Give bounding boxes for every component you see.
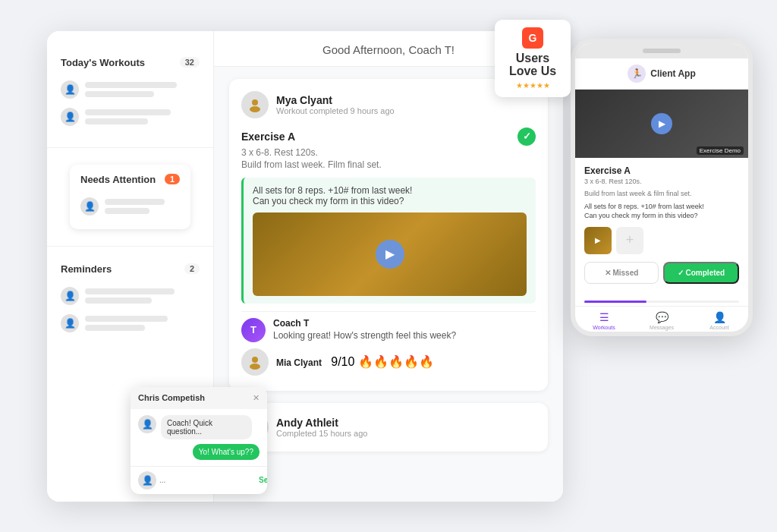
scene: Today's Workouts 32 👤 👤 [24,16,753,517]
user-info: Mya Clyant Workout completed 9 hours ago [276,94,395,115]
phone-exercise-title: Exercise A [584,165,739,176]
text-line [85,91,154,97]
client-reply-content: Mia Clyant 9/10 🔥🔥🔥🔥🔥 [276,354,434,369]
phone-app-header: 🏃 Client App [575,58,748,90]
g2-line2: Love Us [509,65,556,77]
attention-list-item[interactable]: 👤 [80,193,180,220]
andy-info: Andy Athleit Completed 15 hours ago [276,417,367,438]
avatar: 👤 [61,80,79,99]
nav-workouts[interactable]: ☰ Workouts [575,311,633,330]
nav-workouts-label: Workouts [593,325,615,330]
video-thumbnail[interactable]: ▶ [253,212,527,296]
phone-notch [575,43,748,58]
svg-point-2 [252,357,258,363]
feed-card-mya: Mya Clyant Workout completed 9 hours ago… [229,79,548,391]
chat-popup: Chris Competish ✕ 👤 Coach! Quick questio… [131,387,267,494]
text-line [85,109,171,115]
phone-nav: ☰ Workouts 💬 Messages 👤 Account [575,306,748,332]
workout-text-block [85,82,200,97]
svg-point-0 [252,99,258,105]
exercise-title: Exercise A ✓ [241,127,536,146]
text-line [85,297,152,304]
reminder-text-block [85,316,200,331]
exercise-block: Exercise A ✓ 3 x 6-8. Rest 120s. Build f… [241,127,536,170]
completed-button[interactable]: ✓ Completed [663,262,739,284]
notch-pill [643,49,681,53]
chat-avatar: 👤 [138,415,156,433]
workout-list-item[interactable]: 👤 [61,76,200,103]
client-reply: Mia Clyant 9/10 🔥🔥🔥🔥🔥 [241,345,536,379]
user-avatar [241,91,269,118]
workouts-nav-icon: ☰ [599,311,609,323]
play-button[interactable]: ▶ [376,240,404,269]
feed-card-andy: Andy Athleit Completed 15 hours ago [229,403,548,452]
reminder-list-item[interactable]: 👤 [61,282,200,310]
text-line [85,325,145,331]
comment-text: All sets for 8 reps. +10# from last week… [253,185,527,206]
phone-action-row: ✕ Missed ✓ Completed [584,262,739,284]
chat-bubble-incoming: Coach! Quick question... [161,415,252,439]
phone-play-button[interactable]: ▶ [651,113,672,134]
client-reply-message: 9/10 🔥🔥🔥🔥🔥 [331,355,434,368]
g2-badge: G Users Love Us ★★★★★ [495,20,571,97]
nav-messages-label: Messages [650,325,674,330]
phone-video-label: Exercise Demo [697,146,744,155]
text-line [85,82,177,88]
user-name: Mya Clyant [276,94,395,106]
coach-reply-text: Looking great! How's strength feel this … [273,330,456,341]
reminders-badge: 2 [184,263,200,274]
text-line [105,208,149,214]
chat-input[interactable] [159,476,256,484]
avatar: 👤 [61,314,79,332]
text-line [85,288,175,294]
phone-frame: 🏃 Client App ▶ Exercise Demo Exercise A … [571,39,753,336]
exercise-desc: 3 x 6-8. Rest 120s. [241,147,536,158]
phone-media-thumb[interactable]: ▶ [584,227,612,254]
nav-messages[interactable]: 💬 Messages [633,311,690,330]
divider [47,147,213,148]
reminder-text-block [85,288,200,304]
client-avatar [241,348,269,376]
svg-point-3 [250,364,260,370]
comment-bubble: All sets for 8 reps. +10# from last week… [241,178,536,304]
g2-logo: G [522,27,543,49]
chat-header: Chris Competish ✕ [131,387,267,409]
g2-stars: ★★★★★ [516,81,550,90]
account-nav-icon: 👤 [713,311,726,323]
avatar: 👤 [61,287,79,305]
coach-app: Today's Workouts 32 👤 👤 [47,31,563,502]
phone-exercise-desc: 3 x 6-8. Rest 120s. [584,178,739,185]
phone-app-logo: 🏃 [628,65,646,83]
divider [47,246,213,247]
workout-list-item[interactable]: 👤 [61,103,200,131]
phone-media-add[interactable]: + [616,227,643,254]
nav-account-label: Account [709,325,728,330]
chat-self-row: Yo! What's up?? [138,444,260,460]
phone-video[interactable]: ▶ Exercise Demo [575,90,748,158]
reminders-title: Reminders [61,263,112,275]
greeting: Good Afternoon, Coach T! [322,43,455,56]
client-reply-name: Mia Clyant [276,357,322,368]
needs-attention-title: Needs Attention [80,174,156,185]
chat-input-avatar: 👤 [138,471,156,490]
phone-container: 🏃 Client App ▶ Exercise Demo Exercise A … [571,39,753,336]
client-reply-text [325,357,327,368]
workouts-section: Today's Workouts 32 👤 👤 [47,46,213,141]
chat-send-button[interactable]: Send [259,476,267,484]
reminder-list-item[interactable]: 👤 [61,310,200,337]
chat-message-row: 👤 Coach! Quick question... [138,415,260,439]
needs-attention-badge: 1 [165,174,180,184]
coach-reply-name: Coach T [273,318,456,329]
text-line [85,118,148,124]
needs-attention-section: Needs Attention 1 👤 [47,154,213,240]
needs-attention-card[interactable]: Needs Attention 1 👤 [70,165,190,229]
g2-text: Users Love Us [509,52,556,78]
phone-media-row: ▶ + [584,227,739,254]
completed-icon: ✓ [517,127,536,146]
missed-button[interactable]: ✕ Missed [584,262,659,284]
text-line [105,199,165,205]
workout-text-block [85,109,200,124]
phone-exercise-section: Exercise A 3 x 6-8. Rest 120s. Build fro… [575,158,748,297]
chat-close-button[interactable]: ✕ [253,393,260,403]
nav-account[interactable]: 👤 Account [690,311,748,330]
